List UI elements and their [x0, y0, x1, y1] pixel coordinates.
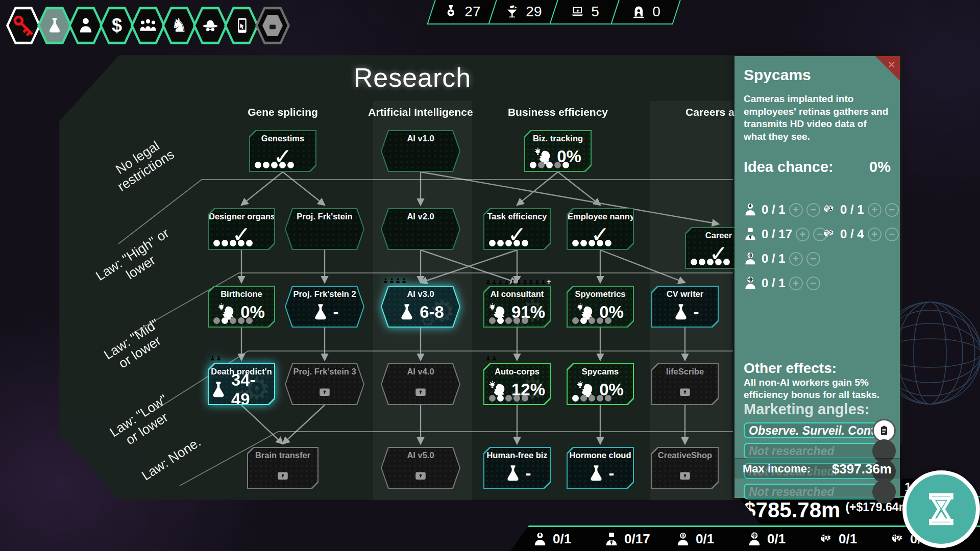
- research-node-brain-transfer[interactable]: Brain transfer: [247, 447, 318, 489]
- node-title: Task efficiency: [484, 212, 550, 221]
- research-node-ai-v1[interactable]: AI v1.0: [381, 130, 460, 172]
- other-effects-text: All non-AI workers gain 5% efficiency bo…: [744, 377, 891, 401]
- node-value: -: [609, 464, 615, 483]
- tab-person-icon[interactable]: [68, 6, 103, 45]
- research-node-auto-corps[interactable]: ⚙⚙Auto-corps12%: [483, 363, 551, 405]
- stat-value: 0/1: [767, 531, 786, 547]
- lock-icon: [411, 381, 430, 399]
- lock-icon: [676, 464, 694, 483]
- tab-key-icon[interactable]: [6, 6, 41, 45]
- tab-knight-icon[interactable]: ♞: [162, 6, 197, 45]
- tier-label-1: Law: "High" or lower: [93, 226, 180, 297]
- empty-slot-button[interactable]: [872, 480, 896, 504]
- research-node-employee-nanny[interactable]: Employee nanny✓: [567, 208, 634, 250]
- plus-button[interactable]: +: [789, 203, 803, 217]
- brain-gear2-icon: [821, 226, 837, 242]
- person-brain-icon: [675, 531, 691, 548]
- laptop-icon: [570, 4, 585, 19]
- flask-icon: [311, 303, 330, 322]
- progress-dots: [572, 240, 611, 246]
- close-icon[interactable]: ✕: [887, 59, 896, 71]
- tier-label-3: Law: "Low" or lower: [107, 392, 179, 453]
- research-node-death-predictn[interactable]: ⚙⚙Death predict'n34-49: [208, 363, 275, 405]
- node-title: Biz. tracking: [525, 134, 591, 143]
- phone-icon: [232, 16, 251, 35]
- tab-lock-icon[interactable]: [255, 6, 290, 45]
- research-node-spycams[interactable]: Spycams0%: [567, 363, 634, 405]
- tab-flask-icon[interactable]: [37, 6, 72, 45]
- progress-dots: [572, 395, 611, 402]
- clipboard-button[interactable]: [872, 419, 896, 442]
- lock-icon: [676, 381, 694, 399]
- progress-dots: [489, 317, 528, 324]
- tab-phone-icon[interactable]: [224, 6, 259, 45]
- person-droplet-icon: [743, 202, 758, 218]
- research-node-lifescribe[interactable]: lifeScribe: [651, 363, 719, 405]
- minus-button[interactable]: −: [806, 203, 820, 217]
- progress-dots: [489, 240, 528, 246]
- plus-button[interactable]: +: [789, 252, 803, 266]
- node-value: 6-8: [420, 303, 444, 322]
- minus-button[interactable]: −: [806, 277, 820, 290]
- research-node-creativeshop[interactable]: CreativeShop: [651, 447, 719, 489]
- research-node-designer-organs[interactable]: Designer organs✓: [208, 208, 275, 250]
- staff-count: 0 / 1: [840, 203, 864, 217]
- node-value: -: [526, 464, 531, 483]
- plus-button[interactable]: +: [796, 228, 810, 241]
- idea-chance-value: 0%: [869, 159, 891, 176]
- tab-people-icon[interactable]: [131, 6, 165, 45]
- research-node-cv-writer[interactable]: CV writer-: [651, 286, 719, 328]
- research-node-spyometrics[interactable]: Spyometrics0%: [567, 286, 634, 328]
- brain-gear2-icon: [889, 531, 905, 548]
- column-header-0: Gene splicing: [248, 106, 318, 118]
- research-node-ai-v3[interactable]: ⚙⚙AI v3.06-8: [381, 286, 460, 328]
- research-node-hormone-cloud[interactable]: Hormone cloud-: [567, 447, 634, 489]
- node-title: Spyometrics: [568, 289, 633, 299]
- research-node-human-free-biz[interactable]: Human-free biz-: [483, 447, 551, 489]
- research-node-proj-frkstein[interactable]: Proj. Frk'stein: [285, 208, 364, 250]
- flask-icon: [586, 464, 606, 483]
- stat-value: 0: [653, 4, 661, 20]
- plus-button[interactable]: +: [868, 203, 881, 217]
- minus-button[interactable]: −: [885, 203, 899, 217]
- research-node-ai-v5[interactable]: AI v5.0: [381, 447, 460, 489]
- stat-value: 0/17: [624, 531, 650, 547]
- research-node-task-efficiency[interactable]: Task efficiency✓: [483, 208, 551, 250]
- staff-row-person-droplet-icon: 0 / 1+−: [743, 200, 827, 219]
- node-title: Genestims: [250, 134, 315, 143]
- bottom-stat-brain-gear1-icon: 0/1: [818, 531, 889, 548]
- person-icon: [77, 16, 95, 35]
- research-node-frkstein2[interactable]: Proj. Frk'stein 2-: [285, 286, 364, 328]
- staff-row-person-suit-icon: 0 / 17+−: [743, 224, 827, 244]
- node-title: Proj. Frk'stein 3: [286, 367, 363, 377]
- research-node-ai-v4[interactable]: AI v4.0: [381, 363, 460, 405]
- progress-dots: [489, 395, 528, 402]
- marketing-angle-text: Not researched: [749, 444, 834, 458]
- person-suit-icon: [743, 226, 758, 242]
- person-brain2-icon: [746, 531, 763, 548]
- marketing-angle-0[interactable]: Observe. Surveil. Control.: [744, 422, 891, 438]
- research-node-genestims[interactable]: Genestims✓: [249, 130, 316, 172]
- research-node-ai-v2[interactable]: AI v2.0: [381, 208, 460, 250]
- research-node-frkstein3[interactable]: Proj. Frk'stein 3: [285, 363, 364, 405]
- top-stat-arch-person-icon: 0: [610, 0, 681, 24]
- progress-dots: [213, 240, 253, 246]
- plus-button[interactable]: +: [789, 277, 803, 290]
- research-node-biz-tracking[interactable]: Biz. tracking0%: [524, 130, 592, 172]
- brain-gear1-icon: [821, 202, 837, 218]
- max-income-value: $397.36m: [832, 461, 892, 477]
- tab-dollar-icon[interactable]: $: [100, 6, 134, 45]
- research-node-ai-consultant[interactable]: ⚙⚙AI consultant91%+: [483, 286, 551, 328]
- marketing-angle-3[interactable]: Not researched: [744, 484, 891, 499]
- node-title: Proj. Frk'stein: [286, 212, 363, 221]
- node-title: Proj. Frk'stein 2: [286, 289, 363, 299]
- tab-spy-icon[interactable]: [193, 6, 228, 45]
- marketing-angle-1[interactable]: Not researched: [744, 443, 891, 459]
- hourglass-button[interactable]: [902, 470, 980, 548]
- minus-button[interactable]: −: [885, 228, 899, 241]
- minus-button[interactable]: −: [806, 252, 820, 266]
- plus-button[interactable]: +: [868, 228, 881, 241]
- staff-count: 0 / 4: [840, 227, 864, 241]
- research-node-birthclone[interactable]: Birthclone0%: [208, 286, 275, 328]
- node-title: CV writer: [652, 289, 718, 299]
